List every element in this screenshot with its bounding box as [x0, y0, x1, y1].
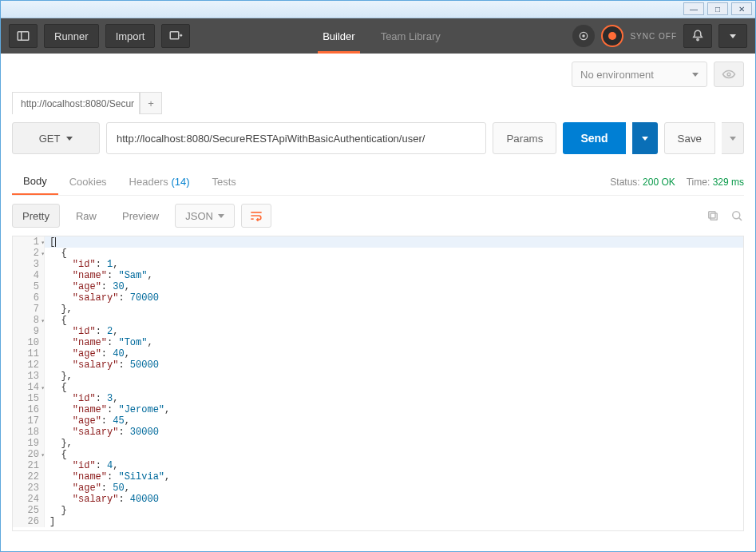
- svg-line-14: [739, 218, 742, 220]
- params-button[interactable]: Params: [493, 122, 556, 154]
- environment-label: No environment: [580, 69, 654, 81]
- nav-tab-builder[interactable]: Builder: [310, 18, 367, 54]
- runner-button[interactable]: Runner: [44, 24, 99, 48]
- view-mode-raw[interactable]: Raw: [66, 204, 106, 228]
- new-tab-button[interactable]: [161, 24, 190, 48]
- svg-rect-0: [18, 32, 29, 41]
- add-request-tab-button[interactable]: +: [140, 92, 162, 114]
- response-tab-cookies[interactable]: Cookies: [58, 169, 118, 194]
- response-tab-body[interactable]: Body: [12, 169, 58, 195]
- save-options-button[interactable]: [722, 122, 744, 154]
- status-indicator: Status: 200 OK: [610, 177, 675, 188]
- settings-menu-button[interactable]: [718, 24, 747, 48]
- request-tab-1[interactable]: http://localhost:8080/Secur: [12, 92, 140, 114]
- app-window: — □ ✕ Runner Import Builder Team Library…: [0, 0, 756, 552]
- window-close-button[interactable]: ✕: [731, 2, 752, 15]
- chevron-down-icon: [218, 214, 224, 218]
- import-button[interactable]: Import: [105, 24, 156, 48]
- os-titlebar: — □ ✕: [1, 1, 755, 18]
- svg-point-8: [727, 73, 730, 76]
- response-tab-headers[interactable]: Headers (14): [118, 169, 201, 194]
- svg-rect-2: [171, 32, 180, 39]
- response-format-selector[interactable]: JSON: [175, 204, 235, 228]
- window-minimize-button[interactable]: —: [683, 2, 704, 15]
- svg-point-13: [733, 212, 740, 219]
- time-indicator: Time: 329 ms: [687, 177, 744, 188]
- svg-point-6: [583, 35, 584, 37]
- search-response-icon[interactable]: [730, 208, 744, 223]
- save-button[interactable]: Save: [664, 122, 715, 154]
- chevron-down-icon: [642, 137, 648, 141]
- notifications-button[interactable]: [683, 24, 712, 48]
- sync-status-icon[interactable]: [601, 25, 623, 47]
- chevron-down-icon: [66, 137, 73, 141]
- chevron-down-icon: [692, 73, 699, 77]
- request-bar: GET Params Send Save: [12, 122, 744, 154]
- send-options-button[interactable]: [632, 122, 658, 154]
- response-view-toolbar: Pretty Raw Preview JSON: [12, 204, 744, 228]
- send-button[interactable]: Send: [563, 122, 625, 154]
- nav-tab-team-library[interactable]: Team Library: [368, 18, 453, 54]
- sync-status-label: SYNC OFF: [630, 32, 677, 41]
- http-method-selector[interactable]: GET: [12, 122, 100, 154]
- view-mode-preview[interactable]: Preview: [113, 204, 168, 228]
- environment-quicklook-button[interactable]: [714, 62, 744, 87]
- http-method-label: GET: [39, 133, 61, 145]
- response-tab-tests[interactable]: Tests: [201, 169, 247, 194]
- wrap-lines-button[interactable]: [241, 204, 271, 228]
- app-toolbar: Runner Import Builder Team Library SYNC …: [1, 18, 755, 54]
- svg-rect-12: [709, 212, 715, 218]
- response-header: Body Cookies Headers (14) Tests Status: …: [12, 169, 744, 196]
- view-mode-pretty[interactable]: Pretty: [12, 204, 60, 228]
- environment-selector[interactable]: No environment: [572, 62, 707, 87]
- window-maximize-button[interactable]: □: [707, 2, 728, 15]
- copy-response-icon[interactable]: [706, 208, 720, 223]
- interceptor-icon[interactable]: [572, 25, 595, 47]
- svg-rect-11: [710, 213, 717, 220]
- response-body-viewer[interactable]: 1[ 2 { 3 "id": 1, 4 "name": "Sam", 5 "ag…: [12, 236, 744, 531]
- toggle-sidebar-button[interactable]: [9, 24, 38, 48]
- chevron-down-icon: [730, 137, 736, 141]
- request-url-input[interactable]: [106, 122, 486, 154]
- chevron-down-icon: [730, 34, 736, 38]
- svg-point-7: [697, 38, 699, 40]
